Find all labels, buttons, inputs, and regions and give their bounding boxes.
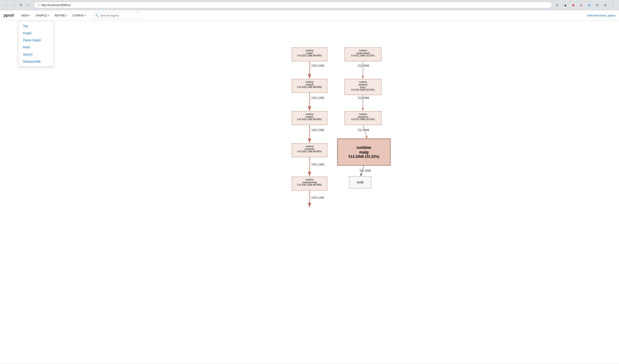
main-content: runtimemstart 0 of 1025.12kB (66.68%) ru… [0,21,619,364]
app-toolbar: pprof VIEW ▾ Top Graph Flame Graph Peek … [0,10,619,21]
lock-icon: ⓘ [37,3,40,7]
edge-label-8: 512.20kB [360,169,371,172]
sample-menu-arrow: ▾ [48,14,49,17]
edge-label-2: 512.20kB [358,64,369,67]
app2-btn[interactable]: ● [578,2,584,8]
extensions-btn[interactable]: ◆ [562,2,568,8]
node-mstart1[interactable]: runtimemstart1 0 of 1025.12kB (66.68%) [292,111,327,125]
config-menu[interactable]: CONFIG ▾ [70,10,89,21]
more-btn[interactable]: ⋮ [610,2,616,8]
node-mstart0[interactable]: runtimemstart0 0 of 1025.12kB (66.68%) [292,79,327,93]
node-systemstack[interactable]: runtimesystemstack 0 of 512.20kB (33.32%… [345,47,381,61]
menu-item-top[interactable]: Top [18,22,54,29]
bookmarks-btn[interactable]: ★ [602,2,608,8]
node-newprocfunc1-title: runtimenewprocfunc1 [347,81,379,89]
node-mstart-title: runtimemstart [294,49,325,54]
menu-item-flame-graph[interactable]: Flame Graph [18,37,54,44]
node-416b-label: 416B [357,181,364,184]
profile-link[interactable]: unknown inuse_space [587,14,616,17]
view-dropdown: Top Graph Flame Graph Peek Source Disass… [18,21,54,67]
home-button[interactable]: ⌂ [25,2,31,8]
node-malg-value: 512.20kB (33.32%) [349,155,380,159]
edge-label-6: 512.20kB [358,128,369,132]
menu-item-graph[interactable]: Graph [18,29,54,37]
refine-menu-label: REFINE [55,14,65,17]
browser-chrome: ← → ↻ ⌂ ⓘ http://localhost:8888/ui/ A̍ ◆… [0,0,619,10]
edge-label-5: 1025.12kB [311,128,324,132]
node-schedule[interactable]: runtimeschedule 0 of 1025.12kB (66.68%) [292,143,327,157]
view-menu-label: VIEW [21,14,28,17]
sample-menu[interactable]: SAMPLE ▾ [33,10,52,21]
settings-btn[interactable]: ⚙ [594,2,600,8]
forward-button[interactable]: → [10,2,16,8]
nav-buttons: ← → ↻ ⌂ [3,2,31,8]
view-menu-arrow: ▾ [29,14,30,17]
node-malg[interactable]: runtimemalg 512.20kB (33.32%) [337,139,391,166]
search-box[interactable]: 🔍 [92,12,141,19]
edge-label-3: 1025.12kB [311,96,324,99]
address-bar[interactable]: ⓘ http://localhost:8888/ui/ [34,2,552,8]
node-resetspinning-value: 0 of 1025.12kB (66.68%) [294,183,325,186]
menu-item-disassemble[interactable]: Disassemble [18,58,54,65]
app3-btn[interactable]: ■ [586,2,592,8]
app1-btn[interactable]: ■ [570,2,576,8]
node-malg-title: runtimemalg [357,145,371,155]
node-newprocfunc1[interactable]: runtimenewprocfunc1 0 of 512.20kB (33.32… [345,79,381,95]
node-systemstack-value: 0 of 512.20kB (33.32%) [347,54,379,57]
refine-menu[interactable]: REFINE ▾ [52,10,70,21]
node-mstart0-title: runtimemstart0 [294,81,325,86]
refresh-button[interactable]: ↻ [18,2,24,8]
edge-label-9: 1025.12kB [311,196,324,199]
node-newproc1[interactable]: runtimenewproc1 0 of 512.20kB (33.32%) [345,111,381,125]
node-systemstack-title: runtimesystemstack [347,49,379,54]
node-schedule-title: runtimeschedule [294,145,325,150]
app-logo: pprof [3,13,14,18]
search-icon: 🔍 [95,14,99,17]
node-resetspinning[interactable]: runtimeresetspinning 0 of 1025.12kB (66.… [292,177,327,190]
sample-menu-label: SAMPLE [36,14,47,17]
node-schedule-value: 0 of 1025.12kB (66.68%) [294,150,325,153]
config-menu-label: CONFIG [73,14,84,17]
node-mstart0-value: 0 of 1025.12kB (66.68%) [294,86,325,88]
node-mstart1-title: runtimemstart1 [294,113,325,118]
node-mstart-value: 0 of 1025.12kB (66.68%) [294,54,325,57]
view-menu[interactable]: VIEW ▾ Top Graph Flame Graph Peek Source… [18,10,33,21]
menu-item-source[interactable]: Source [18,51,54,58]
back-button[interactable]: ← [3,2,9,8]
edge-label-1: 1025.12kB [311,64,324,67]
menu-item-peek[interactable]: Peek [18,44,54,51]
node-mstart[interactable]: runtimemstart 0 of 1025.12kB (66.68%) [292,47,327,61]
node-416b[interactable]: 416B [349,176,371,188]
url-text: http://localhost:8888/ui/ [41,3,71,7]
search-input[interactable] [100,14,137,17]
refine-menu-arrow: ▾ [66,14,67,17]
edge-label-7: 1025.12kB [311,163,324,166]
node-newproc1-title: runtimenewproc1 [347,113,379,118]
edge-label-4: 512.20kB [358,96,369,99]
browser-actions: A̍ ◆ ■ ● ■ ⚙ ★ ⋮ [554,2,616,8]
node-newproc1-value: 0 of 512.20kB (33.32%) [347,118,379,121]
node-resetspinning-title: runtimeresetspinning [294,178,325,183]
profile-btn[interactable]: A̍ [554,2,560,8]
config-menu-arrow: ▾ [84,14,86,17]
node-mstart1-value: 0 of 1025.12kB (66.68%) [294,118,325,121]
node-newprocfunc1-value: 0 of 512.20kB (33.32%) [347,89,379,91]
